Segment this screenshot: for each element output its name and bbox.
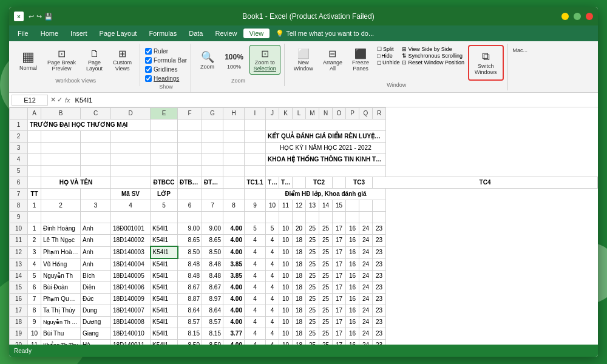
cell[interactable]: Lê Th Ngọc [41,235,81,247]
cell[interactable]: 23 [373,328,386,340]
cell[interactable]: 10 [279,271,293,282]
cell[interactable]: 8.64 [202,305,223,317]
cell[interactable]: 18 [293,235,306,247]
cell[interactable]: 16 [346,271,359,282]
custom-views-button[interactable]: ⊞ CustomViews [109,45,136,75]
cell[interactable]: K54I1 [151,305,178,317]
cell[interactable]: K54I1 [151,294,178,305]
cell[interactable]: 8.15 [202,328,223,340]
cell[interactable]: Khổng Th Thu [41,340,81,345]
cell-e5[interactable] [151,166,178,177]
cell-a1[interactable]: TRƯỜNG ĐẠI HỌC THƯƠNG MẠI [28,120,151,131]
page-layout-view-button[interactable]: 🗋 PageLayout [82,46,107,75]
cell-c5[interactable] [81,166,111,177]
cell-c3[interactable] [81,143,111,154]
cell[interactable]: 25 [306,223,319,235]
row-num[interactable]: 8 [10,200,28,212]
cell-c8[interactable]: 3 [81,200,111,212]
cell-d6[interactable] [111,177,151,189]
cell[interactable]: 10 [279,340,293,345]
cell[interactable]: 16 [346,223,359,235]
cell[interactable]: 17 [333,282,346,294]
cell[interactable]: Bích [81,271,111,282]
cell[interactable]: 25 [319,258,333,271]
cell-j1[interactable] [266,120,386,131]
cell[interactable]: K54I1 [151,317,178,328]
cell[interactable]: 17 [333,246,346,258]
cell[interactable]: 8.50 [178,340,202,345]
cell[interactable]: 5 [245,223,266,235]
cell[interactable]: 9.00 [202,223,223,235]
cell[interactable]: 10 [279,258,293,271]
cell-h3[interactable] [223,143,245,154]
cell[interactable]: 25 [306,235,319,247]
close-button[interactable] [586,13,593,20]
cell[interactable]: Đinh Hoàng [41,223,81,235]
cell-d7[interactable]: Mã SV [111,189,151,200]
cell[interactable]: 23 [373,305,386,317]
cell[interactable]: 4.00 [223,305,245,317]
cell-i3[interactable] [245,143,266,154]
cell[interactable]: 25 [306,282,319,294]
synchronous-scrolling-button[interactable]: ⇅Synchronous Scrolling [402,53,464,59]
cell-a3[interactable] [28,143,41,154]
cell-reference-box[interactable] [12,95,48,106]
row-num[interactable]: 18 [10,317,28,328]
cell[interactable]: 4 [245,246,266,258]
col-header-j[interactable]: J [266,108,279,120]
cell[interactable]: 8.48 [202,271,223,282]
cell-k6[interactable]: TC1.3 [279,177,293,189]
cell[interactable]: 17 [333,340,346,345]
cell[interactable]: 18Đ140011 [111,340,151,345]
cell[interactable]: 8.48 [178,258,202,271]
cell[interactable]: 18 [293,328,306,340]
cell[interactable]: 9 [28,317,41,328]
row-num[interactable]: 12 [10,246,28,258]
cell-h5[interactable] [223,166,245,177]
cell[interactable]: 24 [359,340,373,345]
cell[interactable] [28,212,41,223]
cell-p6[interactable]: TC3 [346,177,373,189]
cell-m6[interactable]: TC2 [306,177,333,189]
cell-l6[interactable] [293,177,306,189]
cell-h6[interactable] [223,177,245,189]
ruler-checkbox-row[interactable]: Ruler [145,47,187,55]
ruler-checkbox[interactable] [145,48,152,55]
menu-page-layout[interactable]: Page Layout [93,29,143,38]
cell[interactable]: 16 [346,340,359,345]
cell[interactable]: 16 [346,305,359,317]
cell[interactable]: 4.00 [223,223,245,235]
cell[interactable]: 10 [279,246,293,258]
cell[interactable]: 9.00 [178,223,202,235]
cell[interactable]: 25 [319,340,333,345]
cell-d3[interactable] [111,143,151,154]
cell[interactable]: K54I1 [151,282,178,294]
cell[interactable]: 4.00 [223,340,245,345]
cell[interactable]: Nguyễn Th [41,271,81,282]
cell[interactable]: 4 [266,282,279,294]
cell[interactable] [151,212,178,223]
normal-view-button[interactable]: ▦ Normal [15,46,41,74]
cell[interactable]: K54I1 [151,328,178,340]
cell[interactable]: Phạm Quang [41,294,81,305]
cell[interactable]: 10 [279,305,293,317]
cell[interactable]: 4.00 [223,235,245,247]
cell[interactable]: 8.64 [178,305,202,317]
cell[interactable]: 18 [293,258,306,271]
cell[interactable]: 4 [266,271,279,282]
cell[interactable]: 8.50 [202,340,223,345]
cell[interactable] [359,212,373,223]
cell[interactable]: 4 [245,282,266,294]
cell[interactable]: 18 [293,282,306,294]
cell[interactable] [202,212,223,223]
cell[interactable] [346,212,359,223]
col-header-i[interactable]: I [245,108,266,120]
cell[interactable]: 20 [293,223,306,235]
cell[interactable]: Dương [81,317,111,328]
cell[interactable]: 24 [359,258,373,271]
cell[interactable]: Hà [81,340,111,345]
cell[interactable]: 10 [28,328,41,340]
cell[interactable]: 25 [319,246,333,258]
cell-b7[interactable] [41,189,81,200]
cell-j8[interactable]: 10 [266,200,279,212]
